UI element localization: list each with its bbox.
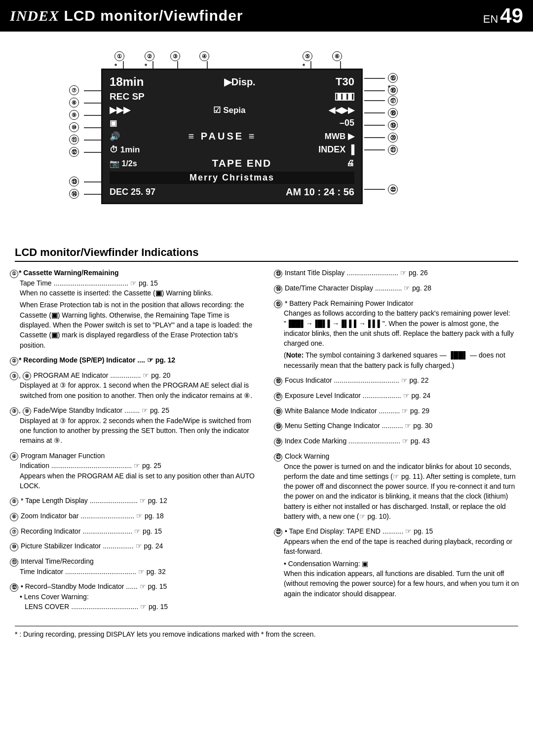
item-18-num: ⑱ bbox=[274, 407, 282, 416]
item-3-num: ③ bbox=[10, 372, 18, 380]
callout-21: ㉑ bbox=[388, 145, 398, 155]
lcd-row-1: 18min ▶Disp. T30 bbox=[110, 75, 354, 89]
diagram-container: ①* ②* ③ ④ ⑤* ⑥ ⑮* ⑯ ⑰ ⑱ ⑲ bbox=[25, 41, 508, 239]
item-20-num: ⑳ bbox=[274, 438, 282, 446]
callout-17: ⑰ bbox=[388, 96, 398, 106]
lcd-pause: ≡ PAUSE ≡ bbox=[188, 131, 256, 142]
callout-6: ⑥ bbox=[332, 51, 342, 61]
item-3-9: ③, ⑨ Fade/Wipe Standby Indicator .......… bbox=[10, 405, 259, 446]
diagram-area: ①* ②* ③ ④ ⑤* ⑥ ⑮* ⑯ ⑰ ⑱ ⑲ bbox=[0, 32, 533, 244]
content-columns: ①* Cassette Warning/Remaining Tape Time … bbox=[0, 268, 533, 617]
callout-20: ⑳ bbox=[388, 133, 398, 143]
lcd-grid-icon: ▣ bbox=[110, 118, 117, 128]
lcd-exposure: –05 bbox=[340, 118, 354, 128]
item-14-num: ⑭ bbox=[274, 285, 282, 293]
callout-8: ⑧ bbox=[69, 98, 79, 108]
section-title: LCD monitor/Viewfinder Indications bbox=[15, 246, 518, 262]
item-21-num: ㉑ bbox=[274, 453, 282, 462]
item-10: ⑩ Picture Stabilizer Indicator .........… bbox=[10, 541, 259, 551]
item-1-num: ① bbox=[10, 270, 18, 278]
item-15: ⑮ * Battery Pack Remaining Power Indicat… bbox=[274, 298, 523, 371]
lcd-interval: ⏱ 1min bbox=[110, 145, 140, 155]
item-17-num: ⑰ bbox=[274, 393, 282, 401]
lcd-disp-label: ▶Disp. bbox=[224, 76, 256, 88]
item-3b-num: ③ bbox=[10, 407, 18, 416]
lcd-sepia: ☑ Sepia bbox=[213, 105, 245, 115]
item-16: ⑯ Focus Indicator ......................… bbox=[274, 375, 523, 386]
callout-9: ⑨ bbox=[69, 110, 79, 120]
callout-13: ⑬ bbox=[69, 177, 79, 186]
lcd-date: DEC 25. 97 bbox=[110, 187, 155, 197]
lcd-tape-end: TAPE END bbox=[212, 157, 271, 169]
item-1: ①* Cassette Warning/Remaining Tape Time … bbox=[10, 268, 259, 350]
callout-11: ⑪ bbox=[69, 135, 79, 144]
callout-4: ④ bbox=[199, 51, 209, 61]
lcd-direction-arrows: ◀◀▶▶ bbox=[329, 105, 354, 115]
item-4: ④ Program Manager Function Indication ..… bbox=[10, 451, 259, 491]
callout-3: ③ bbox=[170, 51, 180, 61]
lcd-mwb: MWB ▶ bbox=[325, 131, 354, 142]
callout-7: ⑦ bbox=[69, 85, 79, 95]
item-4-num: ④ bbox=[10, 452, 18, 461]
callout-1: ①* bbox=[114, 51, 124, 70]
brand-italic: INDEX bbox=[10, 7, 59, 24]
left-column: ①* Cassette Warning/Remaining Tape Time … bbox=[10, 268, 269, 617]
header-subtitle: LCD monitor/Viewfinder bbox=[64, 7, 243, 24]
lcd-print-icon: 🖨 bbox=[346, 159, 354, 168]
item-5: ⑤ * Tape Length Display ................… bbox=[10, 496, 259, 506]
lcd-row-2: REC SP █ █ █ bbox=[110, 91, 354, 102]
item-14: ⑭ Date/Time Character Display ..........… bbox=[274, 283, 523, 293]
item-8-num: ⑧ bbox=[23, 372, 31, 380]
item-17: ⑰ Exposure Level Indicator .............… bbox=[274, 391, 523, 401]
footer-note: * : During recording, pressing DISPLAY l… bbox=[15, 626, 518, 638]
item-21: ㉑ Clock Warning Once the power is turned… bbox=[274, 451, 523, 522]
lcd-rec-sp: REC SP bbox=[110, 91, 145, 102]
item-9-num: ⑨ bbox=[23, 407, 31, 416]
lcd-arrows-fwd: ▶▶▶ bbox=[110, 105, 130, 115]
callout-16: ⑯ bbox=[388, 85, 398, 95]
callout-5: ⑤* bbox=[303, 51, 312, 70]
callout-12: ⑫ bbox=[69, 147, 79, 157]
item-11: ⑪ Interval Time/Recording Time Indicator… bbox=[10, 556, 259, 576]
item-3-8: ③, ⑧ PROGRAM AE Indicator ..............… bbox=[10, 370, 259, 400]
lcd-speaker: 🔊 bbox=[110, 131, 120, 142]
lcd-row-7: 📷 1/2s TAPE END 🖨 bbox=[110, 157, 354, 169]
callout-22: ㉒ bbox=[388, 184, 398, 194]
item-7-num: ⑦ bbox=[10, 528, 18, 536]
page-header: INDEX LCD monitor/Viewfinder EN 49 bbox=[0, 0, 533, 32]
lcd-row-8: Merry Christmas bbox=[110, 172, 354, 184]
item-7: ⑦ Recording Indicator ..................… bbox=[10, 526, 259, 537]
callout-19: ⑲ bbox=[388, 120, 398, 130]
lcd-christmas: Merry Christmas bbox=[190, 173, 274, 183]
item-20: ⑳ Index Code Marking ...................… bbox=[274, 436, 523, 446]
lcd-shutter: 📷 1/2s bbox=[110, 159, 137, 168]
lcd-row-3: ▶▶▶ ☑ Sepia ◀◀▶▶ bbox=[110, 105, 354, 115]
lcd-row-6: ⏱ 1min INDEX ▐ bbox=[110, 144, 354, 155]
lcd-battery: █ █ █ bbox=[335, 93, 355, 101]
lcd-row-4: ▣ –05 bbox=[110, 118, 354, 128]
right-column: ⑬ Instant Title Display ................… bbox=[269, 268, 523, 617]
item-12: ⑫ • Record–Standby Mode Indicator ......… bbox=[10, 581, 259, 612]
callout-10: ⑩ bbox=[69, 122, 79, 132]
item-2: ②* Recording Mode (SP/EP) Indicator ....… bbox=[10, 355, 259, 365]
item-6: ⑥ Zoom Indicator bar ...................… bbox=[10, 511, 259, 521]
lcd-row-9: DEC 25. 97 AM 10 : 24 : 56 bbox=[110, 186, 354, 198]
item-2-num: ② bbox=[10, 357, 18, 365]
page-number: 49 bbox=[500, 4, 523, 28]
header-title: INDEX LCD monitor/Viewfinder bbox=[10, 7, 243, 24]
item-22: ㉒ • Tape End Display: TAPE END .........… bbox=[274, 526, 523, 599]
lcd-t30: T30 bbox=[336, 75, 354, 88]
item-22-num: ㉒ bbox=[274, 528, 282, 537]
lcd-time: AM 10 : 24 : 56 bbox=[286, 186, 354, 198]
item-13-num: ⑬ bbox=[274, 270, 282, 278]
lcd-index: INDEX ▐ bbox=[318, 144, 354, 155]
item-18: ⑱ White Balance Mode Indicator .........… bbox=[274, 406, 523, 416]
item-16-num: ⑯ bbox=[274, 377, 282, 386]
item-19-num: ⑲ bbox=[274, 423, 282, 431]
item-10-num: ⑩ bbox=[10, 543, 18, 551]
item-15-num: ⑮ bbox=[274, 300, 282, 308]
lcd-display: 18min ▶Disp. T30 REC SP █ █ █ ▶▶▶ ☑ Sepi… bbox=[101, 69, 363, 204]
lcd-row-5: 🔊 ≡ PAUSE ≡ MWB ▶ bbox=[110, 131, 354, 142]
callout-2: ②* bbox=[145, 51, 154, 70]
item-5-num: ⑤ bbox=[10, 498, 18, 506]
